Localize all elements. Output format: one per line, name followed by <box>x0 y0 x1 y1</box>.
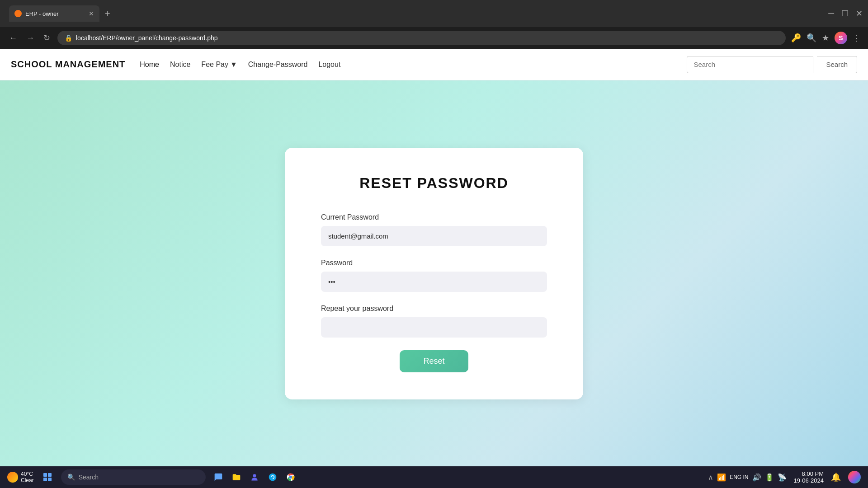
browser-chrome: ERP - owner ✕ + ─ ☐ ✕ <box>0 0 868 27</box>
taskbar-files-icon[interactable] <box>229 470 244 484</box>
current-password-input[interactable] <box>321 226 547 246</box>
taskbar-clock[interactable]: 8:00 PM 19-06-2024 <box>794 470 824 484</box>
nav-links: Home Notice Fee Pay ▼ Change-Password Lo… <box>140 61 340 69</box>
main-content: RESET PASSWORD Current Password Password… <box>0 80 868 466</box>
maximize-button[interactable]: ☐ <box>841 9 849 19</box>
window-controls: ─ ☐ ✕ <box>828 9 863 19</box>
nav-feepay[interactable]: Fee Pay ▼ <box>201 61 237 69</box>
reset-password-card: RESET PASSWORD Current Password Password… <box>285 148 583 399</box>
start-grid-icon <box>43 473 52 481</box>
zoom-icon[interactable]: 🔍 <box>807 33 816 43</box>
chevron-up-icon[interactable]: ∧ <box>708 473 713 482</box>
network-icon[interactable]: 📶 <box>717 473 726 482</box>
browser-tab[interactable]: ERP - owner ✕ <box>9 5 99 22</box>
nav-change-password[interactable]: Change-Password <box>248 61 308 69</box>
system-tray: ∧ 📶 ENG IN 🔊 🔋 📡 <box>708 473 786 482</box>
taskbar-chat-icon[interactable] <box>211 470 226 484</box>
dropdown-chevron-icon: ▼ <box>230 61 237 69</box>
tab-favicon <box>14 10 22 17</box>
weather-condition: Clear <box>21 477 34 483</box>
start-button[interactable] <box>39 469 56 485</box>
taskbar-app-icons <box>211 470 298 484</box>
tab-close-button[interactable]: ✕ <box>89 10 94 17</box>
password-input[interactable] <box>321 272 547 292</box>
profile-avatar[interactable]: S <box>835 32 847 44</box>
current-password-group: Current Password <box>321 213 547 246</box>
sound-icon[interactable]: 🔊 <box>752 473 761 482</box>
new-tab-button[interactable]: + <box>105 9 110 19</box>
taskbar: 40°C Clear 🔍 Search <box>0 466 868 488</box>
repeat-password-input[interactable] <box>321 317 547 338</box>
battery-icon[interactable]: 🔋 <box>765 473 774 482</box>
search-area: Search <box>687 56 857 73</box>
svg-point-1 <box>269 474 276 481</box>
taskbar-edge-icon[interactable] <box>265 470 280 484</box>
taskbar-date-display: 19-06-2024 <box>794 477 824 484</box>
close-window-button[interactable]: ✕ <box>856 9 863 19</box>
search-button[interactable]: Search <box>817 56 857 73</box>
weather-temp: 40°C <box>21 471 34 477</box>
reset-button[interactable]: Reset <box>400 350 468 372</box>
forward-button[interactable]: → <box>24 32 36 45</box>
taskbar-time-display: 8:00 PM <box>794 470 824 477</box>
weather-widget: 40°C Clear <box>7 471 34 483</box>
taskbar-profile-icon[interactable] <box>848 471 861 483</box>
url-text: localhost/ERP/owner_panel/change-passwor… <box>76 34 778 42</box>
search-input[interactable] <box>687 56 813 73</box>
wifi-icon[interactable]: 📡 <box>778 473 787 482</box>
repeat-password-group: Repeat your password <box>321 305 547 338</box>
weather-info: 40°C Clear <box>21 471 34 483</box>
weather-icon <box>7 472 18 483</box>
app-navbar: SCHOOL MANAGEMENT Home Notice Fee Pay ▼ … <box>0 49 868 80</box>
brand-name: SCHOOL MANAGEMENT <box>11 59 125 70</box>
taskbar-teams-icon[interactable] <box>247 470 262 484</box>
nav-logout[interactable]: Logout <box>318 61 340 69</box>
nav-notice[interactable]: Notice <box>170 61 190 69</box>
taskbar-search[interactable]: 🔍 Search <box>61 469 206 485</box>
notification-icon[interactable]: 🔔 <box>831 472 841 482</box>
taskbar-search-icon: 🔍 <box>67 474 75 481</box>
svg-point-0 <box>253 474 256 477</box>
reload-button[interactable]: ↻ <box>42 31 52 45</box>
repeat-password-label: Repeat your password <box>321 305 547 313</box>
bookmark-icon[interactable]: ★ <box>822 33 829 43</box>
taskbar-search-text: Search <box>79 474 99 481</box>
lock-icon: 🔒 <box>65 34 72 42</box>
nav-feepay-label: Fee Pay <box>201 61 228 69</box>
url-bar[interactable]: 🔒 localhost/ERP/owner_panel/change-passw… <box>57 31 786 45</box>
password-label: Password <box>321 259 547 267</box>
address-bar: ← → ↻ 🔒 localhost/ERP/owner_panel/change… <box>0 27 868 49</box>
current-password-label: Current Password <box>321 213 547 221</box>
minimize-button[interactable]: ─ <box>828 9 834 19</box>
taskbar-chrome-icon[interactable] <box>283 470 298 484</box>
menu-icon[interactable]: ⋮ <box>853 33 861 43</box>
nav-home[interactable]: Home <box>140 61 159 69</box>
password-manager-icon[interactable]: 🔑 <box>791 33 801 43</box>
tab-title: ERP - owner <box>25 10 85 17</box>
address-actions: 🔑 🔍 ★ S ⋮ <box>791 32 861 44</box>
back-button[interactable]: ← <box>7 32 19 45</box>
password-group: Password <box>321 259 547 292</box>
page-title: RESET PASSWORD <box>321 175 547 192</box>
taskbar-right: ∧ 📶 ENG IN 🔊 🔋 📡 8:00 PM 19-06-2024 🔔 <box>708 470 861 484</box>
language-icon[interactable]: ENG IN <box>730 474 748 480</box>
